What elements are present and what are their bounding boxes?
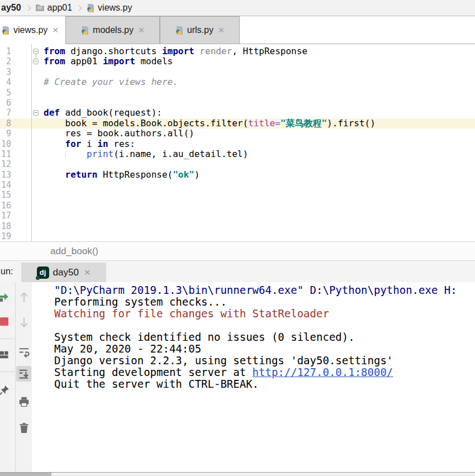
code-token: from — [44, 56, 65, 66]
server-url-link[interactable]: http://127.0.0.1:8000/ — [253, 366, 393, 378]
pin-tab-button[interactable] — [0, 384, 10, 397]
python-file-icon — [86, 3, 95, 12]
code-editor[interactable]: 1from django.shortcuts import render, Ht… — [0, 44, 475, 241]
code-line: 17 — [0, 211, 475, 221]
code-token: in — [97, 139, 108, 149]
run-toolwindow-header: un: dj day50 ✕ — [0, 260, 475, 282]
statusbar — [0, 472, 475, 476]
code-line: 12 — [0, 159, 475, 169]
close-icon[interactable]: ✕ — [84, 268, 91, 278]
console-output[interactable]: "D:\PyCharm 2019.1.3\bin\runnerw64.exe" … — [32, 282, 475, 472]
console-text: "D:\PyCharm 2019.1.3\bin\runnerw64.exe" … — [54, 284, 457, 296]
code-line: 10 for i in res: — [0, 139, 475, 149]
console-text: May 20, 2020 - 22:44:05 — [54, 342, 201, 355]
editor-breadcrumb-bar: add_book() — [0, 241, 475, 260]
code-line: 15 — [0, 190, 475, 200]
tab-label: views.py — [13, 25, 48, 35]
code-token — [194, 46, 200, 56]
close-icon[interactable]: ✕ — [218, 26, 225, 35]
close-icon[interactable]: ✕ — [138, 26, 145, 35]
code-token: models — [135, 56, 173, 66]
console-line: Django version 2.2.3, using settings 'da… — [54, 355, 475, 366]
code-token: "菜鸟教程" — [281, 118, 327, 128]
code-line: 1from django.shortcuts import render, Ht… — [0, 46, 475, 56]
code-token: def — [44, 107, 60, 118]
line-number: 2 — [0, 56, 11, 66]
close-icon[interactable]: ✕ — [52, 26, 59, 35]
horizontal-scrollbar-thumb[interactable] — [0, 473, 51, 476]
tab-views-py[interactable]: views.py ✕ — [0, 16, 65, 44]
line-number: 14 — [0, 180, 11, 190]
tab-urls-py[interactable]: urls.py ✕ — [160, 16, 240, 44]
console-line — [54, 320, 475, 331]
code-token: book = models.Book.objects.filter( — [44, 118, 248, 128]
code-line: 19 — [0, 231, 475, 241]
code-token: res = book.authors.all() — [44, 128, 194, 139]
down-stack-trace-button[interactable] — [18, 316, 30, 329]
code-line: 8 book = models.Book.objects.filter(titl… — [0, 118, 475, 128]
code-line: 7def add_book(request): — [0, 108, 475, 118]
clear-console-button[interactable] — [18, 422, 30, 434]
run-tab-label: day50 — [53, 267, 79, 278]
console-line: Starting development server at http://12… — [54, 366, 475, 378]
code-line: 9 res = book.authors.all() — [0, 128, 475, 139]
breadcrumb-file[interactable]: views.py — [98, 3, 132, 13]
code-line: 13 return HttpResponse("ok") — [0, 170, 475, 180]
code-token — [44, 149, 87, 159]
scroll-to-end-button[interactable] — [18, 368, 30, 380]
console-line: Quit the server with CTRL-BREAK. — [54, 378, 475, 390]
line-number: 8 — [0, 118, 11, 128]
up-stack-trace-button[interactable] — [18, 291, 30, 304]
line-number: 13 — [0, 170, 11, 180]
console-line: System check identified no issues (0 sil… — [54, 331, 475, 343]
breadcrumb: ay50 app01 views.py — [0, 0, 475, 16]
line-number: 18 — [0, 221, 11, 231]
fold-marker-icon[interactable] — [33, 49, 39, 54]
tab-models-py[interactable]: models.py ✕ — [65, 16, 160, 44]
run-config-tab-day50[interactable]: dj day50 ✕ — [21, 263, 106, 282]
code-token: from — [44, 46, 65, 56]
line-number: 11 — [0, 149, 11, 159]
code-line: 4# Create your views here. — [0, 77, 475, 87]
line-number: 6 — [0, 98, 11, 108]
code-line: 2from app01 import models — [0, 56, 475, 66]
code-token: (i.name, i.au_detail.tel) — [113, 149, 248, 159]
run-toolwindow-body: "D:\PyCharm 2019.1.3\bin\runnerw64.exe" … — [0, 282, 475, 472]
line-number: 4 — [0, 77, 11, 87]
print-button[interactable] — [18, 396, 30, 408]
code-token: django.shortcuts — [65, 46, 162, 56]
console-line: Watching for file changes with StatReloa… — [54, 308, 475, 320]
restore-layout-button[interactable] — [0, 349, 10, 360]
stop-button[interactable] — [0, 317, 9, 326]
code-token: import — [162, 46, 194, 56]
console-text: Performing system checks... — [54, 296, 227, 308]
function-breadcrumb[interactable]: add_book() — [50, 246, 98, 257]
run-left-toolbar — [0, 282, 16, 472]
console-line: May 20, 2020 - 22:44:05 — [54, 343, 475, 355]
chevron-right-icon — [25, 5, 31, 11]
code-token: render — [200, 46, 232, 56]
rerun-button[interactable] — [0, 291, 11, 303]
line-number: 17 — [0, 211, 11, 221]
code-line: 18 — [0, 221, 475, 231]
code-token: return — [65, 169, 98, 180]
line-number: 1 — [0, 46, 11, 56]
code-token: # Create your views here. — [44, 77, 178, 87]
editor-tab-bar: views.py ✕ models.py ✕ urls.py ✕ — [0, 16, 475, 44]
line-number: 15 — [0, 190, 11, 200]
code-line: 6 — [0, 98, 475, 108]
python-file-icon — [1, 26, 10, 35]
code-token: print — [87, 149, 113, 159]
code-line: 3 — [0, 67, 475, 77]
fold-marker-icon[interactable] — [33, 110, 39, 116]
line-number: 19 — [0, 231, 11, 241]
breadcrumb-project[interactable]: ay50 — [1, 3, 21, 13]
breadcrumb-package[interactable]: app01 — [48, 3, 73, 13]
soft-wrap-button[interactable] — [18, 345, 30, 358]
fold-marker-icon[interactable] — [33, 59, 39, 64]
code-token: ) — [194, 169, 200, 180]
code-line: 14 — [0, 180, 475, 190]
code-token: res: — [108, 139, 135, 149]
code-line: 5 — [0, 88, 475, 98]
code-token: add_book(request): — [60, 107, 162, 118]
